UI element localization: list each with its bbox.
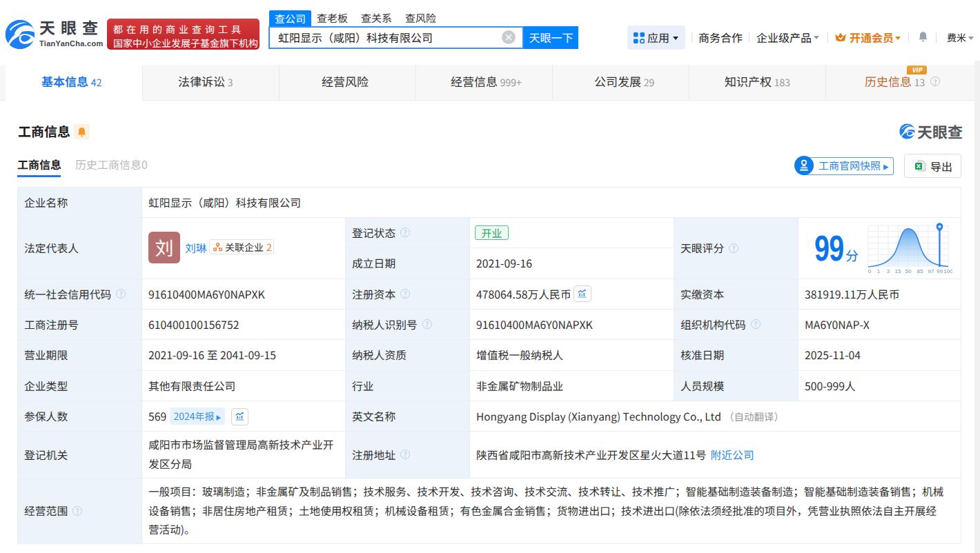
svg-text:50: 50 <box>905 268 912 274</box>
svg-text:15: 15 <box>895 268 901 274</box>
svg-text:97: 97 <box>928 268 934 274</box>
svg-text:99: 99 <box>937 268 943 274</box>
svg-text:100: 100 <box>943 268 952 274</box>
svg-text:1: 1 <box>877 268 881 274</box>
svg-text:3: 3 <box>887 268 890 274</box>
svg-text:85: 85 <box>917 268 923 274</box>
svg-text:0: 0 <box>868 268 872 274</box>
